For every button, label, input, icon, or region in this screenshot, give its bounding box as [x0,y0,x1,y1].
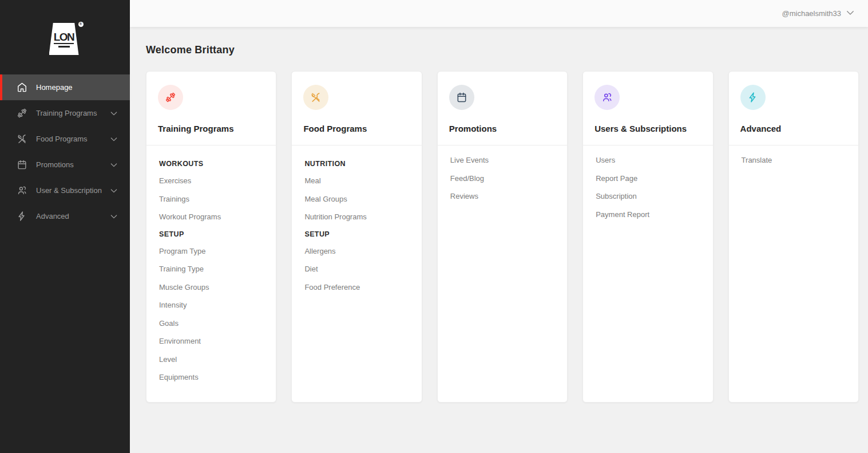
card-section: Live EventsFeed/BlogReviews [450,155,556,201]
card-title: Advanced [740,124,847,133]
card-promotions: PromotionsLive EventsFeed/BlogReviews [437,71,568,403]
card-body: NUTRITIONMealMeal GroupsNutrition Progra… [292,145,421,312]
card-link-equipments[interactable]: Equipments [159,372,264,382]
app-logo: LON ® [47,23,84,56]
card-link-reviews[interactable]: Reviews [450,191,556,201]
card-title: Promotions [449,124,556,133]
card-link-meal-groups[interactable]: Meal Groups [304,194,410,204]
card-advanced: AdvancedTranslate [728,71,859,403]
card-training-programs: Training ProgramsWORKOUTSExercisesTraini… [146,71,276,403]
dumbbell-icon [17,108,27,119]
card-link-exercises[interactable]: Exercises [159,176,264,186]
sidebar-item-training-programs[interactable]: Training Programs [0,100,130,126]
card-link-intensity[interactable]: Intensity [159,300,264,310]
card-link-training-type[interactable]: Training Type [159,264,264,274]
card-section: NUTRITIONMealMeal GroupsNutrition Progra… [304,160,410,222]
card-link-environment[interactable]: Environment [159,336,264,346]
sidebar-item-food-programs[interactable]: Food Programs [0,126,130,152]
calendar-icon [17,159,27,170]
chevron-down-icon[interactable] [845,7,855,19]
card-link-program-type[interactable]: Program Type [159,246,264,256]
logo-shape: LON [49,23,79,55]
sidebar-item-user-subscription[interactable]: User & Subscription [0,178,130,203]
card-link-subscription[interactable]: Subscription [596,191,701,201]
card-grid: Training ProgramsWORKOUTSExercisesTraini… [146,71,859,403]
card-link-users[interactable]: Users [596,155,701,165]
sidebar-nav: HomepageTraining ProgramsFood ProgramsPr… [0,74,130,229]
sidebar-item-label: Homepage [36,83,73,92]
card-link-live-events[interactable]: Live Events [450,155,556,165]
users-icon [17,185,27,196]
section-heading: WORKOUTS [159,160,264,168]
card-section: SETUPAllergensDietFood Preference [304,230,410,292]
card-users-subscriptions: Users & SubscriptionsUsersReport PageSub… [582,71,713,403]
registered-mark-icon: ® [78,22,84,27]
section-heading: SETUP [159,230,264,238]
chevron-down-icon[interactable] [109,212,118,221]
card-header: Promotions [438,72,567,145]
card-body: Translate [729,145,858,185]
card-link-payment-report[interactable]: Payment Report [596,210,701,219]
card-link-goals[interactable]: Goals [159,318,264,328]
section-heading: NUTRITION [304,160,410,168]
chevron-down-icon[interactable] [109,160,118,170]
card-link-muscle-groups[interactable]: Muscle Groups [159,282,264,292]
sidebar-item-advanced[interactable]: Advanced [0,203,130,229]
users-icon [594,85,620,110]
section-heading: SETUP [304,230,410,238]
card-section: WORKOUTSExercisesTrainingsWorkout Progra… [159,160,264,222]
content: Welcome Brittany Training ProgramsWORKOU… [130,27,868,453]
sidebar-item-label: Promotions [36,160,74,169]
sidebar-item-label: Training Programs [36,109,97,117]
card-body: Live EventsFeed/BlogReviews [438,145,567,221]
logo-text: LON [54,31,74,44]
sidebar-item-label: Food Programs [36,135,88,143]
card-link-translate[interactable]: Translate [742,155,847,165]
main-area: @michaelsmith33 Welcome Brittany Trainin… [130,0,868,453]
card-section: UsersReport PageSubscriptionPayment Repo… [596,155,701,219]
card-section: SETUPProgram TypeTraining TypeMuscle Gro… [159,230,264,383]
bolt-icon [740,85,766,110]
sidebar-item-homepage[interactable]: Homepage [0,74,130,100]
card-title: Food Programs [303,124,410,133]
utensils-icon [17,133,27,144]
card-title: Users & Subscriptions [594,124,701,133]
home-icon [17,82,27,93]
card-link-trainings[interactable]: Trainings [159,194,264,204]
card-food-programs: Food ProgramsNUTRITIONMealMeal GroupsNut… [291,71,422,403]
topbar: @michaelsmith33 [130,0,868,27]
card-section: Translate [742,155,847,165]
card-link-allergens[interactable]: Allergens [304,246,410,256]
user-menu[interactable]: @michaelsmith33 [782,7,855,19]
card-link-food-preference[interactable]: Food Preference [304,282,410,292]
calendar-icon [449,85,474,110]
utensils-icon [303,85,328,110]
card-link-feed-blog[interactable]: Feed/Blog [450,174,556,183]
card-link-level[interactable]: Level [159,354,264,364]
sidebar: LON ® HomepageTraining ProgramsFood Prog… [0,0,130,453]
card-link-meal[interactable]: Meal [304,176,410,186]
card-header: Food Programs [292,72,421,145]
card-link-report-page[interactable]: Report Page [596,174,701,183]
card-link-nutrition-programs[interactable]: Nutrition Programs [304,212,410,222]
sidebar-item-label: Advanced [36,212,69,220]
card-header: Advanced [729,72,858,145]
card-header: Users & Subscriptions [583,72,712,145]
page-title: Welcome Brittany [146,44,859,56]
card-link-workout-programs[interactable]: Workout Programs [159,212,264,222]
card-header: Training Programs [146,72,276,145]
dumbbell-icon [158,85,183,110]
username-label: @michaelsmith33 [782,9,841,18]
card-body: UsersReport PageSubscriptionPayment Repo… [583,145,712,239]
chevron-down-icon[interactable] [109,186,118,195]
sidebar-item-label: User & Subscription [36,186,102,195]
bolt-icon [17,211,27,222]
chevron-down-icon[interactable] [109,135,118,144]
logo-underline [58,46,70,48]
sidebar-item-promotions[interactable]: Promotions [0,152,130,178]
card-link-diet[interactable]: Diet [304,264,410,274]
card-body: WORKOUTSExercisesTrainingsWorkout Progra… [146,145,276,402]
card-title: Training Programs [158,124,264,133]
chevron-down-icon[interactable] [109,109,118,118]
